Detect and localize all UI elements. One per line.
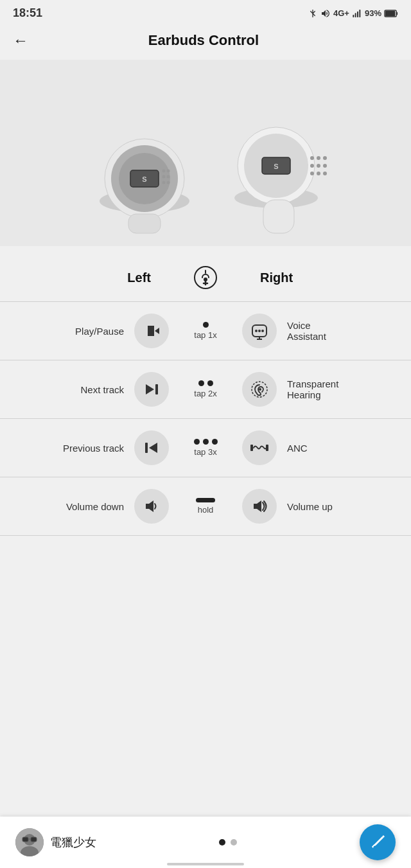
svg-rect-48 <box>145 443 148 453</box>
network-label: 4G+ <box>333 8 349 18</box>
tap-dot-3 <box>212 439 218 445</box>
center-tap2x: tap 2x <box>170 380 241 398</box>
svg-marker-37 <box>148 326 154 336</box>
tap-dot-2 <box>203 439 209 445</box>
control-row-play-pause: Play/Pause tap 1x <box>0 301 411 360</box>
hold-label: hold <box>198 505 214 515</box>
svg-rect-3 <box>359 10 360 17</box>
right-icon-voice-assistant[interactable] <box>241 314 278 348</box>
svg-point-26 <box>317 172 320 175</box>
tap-dot-1 <box>198 380 204 386</box>
svg-rect-49 <box>266 445 268 451</box>
svg-point-19 <box>310 156 314 160</box>
left-icon-volume-down[interactable] <box>133 489 170 524</box>
left-text-play-pause: Play/Pause <box>0 326 133 337</box>
next-track-icon <box>143 380 161 398</box>
svg-marker-52 <box>254 500 261 512</box>
status-bar: 18:51 4G+ 93% <box>0 0 411 25</box>
avatar-icon <box>15 828 44 856</box>
bottom-left: 電獵少女 <box>15 828 96 856</box>
control-row-prev-track: Previous track tap 3x <box>0 418 411 477</box>
col-right-header: Right <box>241 270 411 285</box>
right-text-anc: ANC <box>278 443 411 454</box>
battery-label: 93% <box>365 8 381 18</box>
right-icon-transparent-hearing[interactable] <box>241 372 278 407</box>
svg-rect-28 <box>263 200 294 233</box>
controls-section: Left Right Play/Pause <box>0 252 411 536</box>
svg-point-33 <box>162 181 166 184</box>
svg-rect-0 <box>353 15 354 17</box>
voice-assistant-icon <box>250 321 269 341</box>
svg-point-22 <box>310 164 314 168</box>
svg-point-46 <box>259 388 261 391</box>
svg-text:S: S <box>142 175 146 183</box>
svg-rect-50 <box>250 445 253 451</box>
svg-point-24 <box>323 164 327 168</box>
left-text-next-track: Next track <box>0 384 133 395</box>
svg-point-41 <box>258 330 261 332</box>
svg-marker-51 <box>146 500 153 512</box>
tap3x-label: tap 3x <box>194 447 216 457</box>
tap2x-label: tap 2x <box>194 389 216 398</box>
edit-icon <box>369 834 386 851</box>
back-button[interactable]: ← <box>13 31 28 49</box>
svg-point-27 <box>323 172 327 175</box>
control-row-next-track: Next track tap 2x <box>0 360 411 418</box>
svg-point-34 <box>167 181 170 184</box>
tap1x-label: tap 1x <box>194 330 216 340</box>
tap-dot-1 <box>203 322 209 328</box>
volume-up-icon <box>250 497 268 515</box>
scroll-indicator <box>167 863 244 865</box>
earbuds-illustration: S S <box>45 66 366 240</box>
svg-point-40 <box>255 330 258 332</box>
control-row-volume: Volume down hold Volume up <box>0 477 411 536</box>
anc-icon <box>250 438 269 457</box>
svg-rect-44 <box>155 384 158 394</box>
svg-rect-5 <box>396 12 398 15</box>
svg-rect-57 <box>31 837 37 842</box>
svg-point-42 <box>261 330 264 332</box>
status-time: 18:51 <box>13 6 42 20</box>
transparent-hearing-icon <box>250 380 269 399</box>
svg-rect-6 <box>385 10 396 15</box>
col-headers: Left Right <box>0 259 411 301</box>
svg-point-23 <box>317 164 320 168</box>
svg-point-29 <box>162 170 166 173</box>
left-icon-prev-track[interactable] <box>133 430 170 465</box>
tap-dot-2 <box>207 380 213 386</box>
bluetooth-icon <box>308 8 318 19</box>
play-pause-icon <box>143 322 161 340</box>
dot-indicator-inactive <box>231 839 237 846</box>
left-text-volume-down: Volume down <box>0 501 133 512</box>
col-left-header: Left <box>0 270 170 285</box>
signal-icon <box>352 8 362 19</box>
svg-point-32 <box>167 175 170 179</box>
header: ← Earbuds Control <box>0 25 411 60</box>
left-icon-next-track[interactable] <box>133 372 170 407</box>
svg-rect-1 <box>355 13 356 17</box>
mute-icon <box>320 8 331 19</box>
tap-dot-1 <box>194 439 200 445</box>
status-icons: 4G+ 93% <box>308 8 398 19</box>
fab-edit-button[interactable] <box>360 824 396 860</box>
svg-point-25 <box>310 172 314 175</box>
right-icon-anc[interactable] <box>241 430 278 465</box>
hold-bar <box>196 498 215 502</box>
prev-track-icon <box>143 439 161 457</box>
dot-indicators <box>219 839 237 846</box>
right-text-transparent-hearing: Transparent Hearing <box>278 378 411 400</box>
battery-icon <box>384 10 398 17</box>
right-icon-volume-up[interactable] <box>241 489 278 524</box>
svg-rect-56 <box>22 837 28 842</box>
earbuds-image: S S <box>0 60 411 246</box>
dot-indicator-active <box>219 839 225 846</box>
svg-text:S: S <box>274 163 278 170</box>
svg-point-20 <box>317 156 320 160</box>
svg-rect-13 <box>128 214 161 233</box>
center-tap3x: tap 3x <box>170 439 241 457</box>
center-hold: hold <box>170 498 241 515</box>
bottom-bar: 電獵少女 <box>0 817 411 868</box>
username-label: 電獵少女 <box>50 835 96 850</box>
left-icon-play-pause[interactable] <box>133 314 170 348</box>
svg-marker-38 <box>155 328 159 334</box>
